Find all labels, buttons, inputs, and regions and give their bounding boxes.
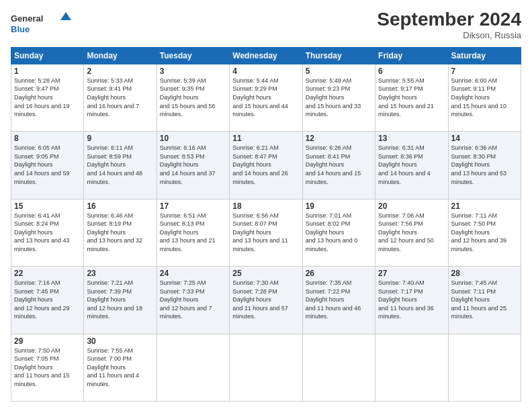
- day-number: 4: [232, 66, 299, 76]
- calendar-cell: 8 Sunrise: 6:05 AM Sunset: 9:05 PM Dayli…: [11, 132, 84, 199]
- day-number: 23: [87, 269, 153, 278]
- calendar-cell: 29 Sunrise: 7:50 AM Sunset: 7:05 PM Dayl…: [11, 334, 84, 401]
- day-header-wednesday: Wednesday: [230, 47, 302, 64]
- day-info: Sunrise: 6:36 AM Sunset: 8:30 PM Dayligh…: [451, 144, 518, 186]
- day-info: Sunrise: 7:11 AM Sunset: 7:50 PM Dayligh…: [451, 212, 518, 254]
- day-number: 21: [451, 201, 518, 211]
- calendar-cell: 25 Sunrise: 7:30 AM Sunset: 7:28 PM Dayl…: [230, 267, 302, 334]
- logo-svg: General Blue: [11, 9, 71, 36]
- day-number: 16: [87, 201, 153, 211]
- calendar-cell: 5 Sunrise: 5:49 AM Sunset: 9:23 PM Dayli…: [302, 64, 375, 131]
- calendar-cell: 27 Sunrise: 7:40 AM Sunset: 7:17 PM Dayl…: [375, 267, 448, 334]
- day-number: 25: [232, 269, 299, 278]
- day-info: Sunrise: 6:31 AM Sunset: 8:36 PM Dayligh…: [378, 144, 445, 186]
- day-number: 28: [451, 269, 518, 278]
- day-number: 12: [306, 134, 372, 143]
- day-info: Sunrise: 7:55 AM Sunset: 7:00 PM Dayligh…: [87, 347, 153, 389]
- calendar-cell: 22 Sunrise: 7:16 AM Sunset: 7:45 PM Dayl…: [11, 267, 84, 334]
- day-info: Sunrise: 7:35 AM Sunset: 7:22 PM Dayligh…: [306, 279, 372, 321]
- calendar-cell: [157, 334, 229, 401]
- day-number: 18: [232, 201, 299, 211]
- day-info: Sunrise: 7:01 AM Sunset: 8:02 PM Dayligh…: [306, 212, 372, 254]
- calendar-cell: 17 Sunrise: 6:51 AM Sunset: 8:13 PM Dayl…: [157, 199, 229, 266]
- calendar-cell: 18 Sunrise: 6:56 AM Sunset: 8:07 PM Dayl…: [230, 199, 302, 266]
- calendar-cell: 24 Sunrise: 7:25 AM Sunset: 7:33 PM Dayl…: [157, 267, 229, 334]
- day-header-tuesday: Tuesday: [157, 47, 229, 64]
- calendar-cell: 30 Sunrise: 7:55 AM Sunset: 7:00 PM Dayl…: [84, 334, 157, 401]
- calendar-cell: 9 Sunrise: 6:11 AM Sunset: 8:59 PM Dayli…: [84, 132, 157, 199]
- day-info: Sunrise: 7:25 AM Sunset: 7:33 PM Dayligh…: [160, 279, 226, 321]
- calendar-cell: 2 Sunrise: 5:33 AM Sunset: 9:41 PM Dayli…: [84, 64, 157, 131]
- day-number: 5: [306, 66, 372, 76]
- day-info: Sunrise: 7:16 AM Sunset: 7:45 PM Dayligh…: [14, 279, 81, 321]
- calendar-cell: 7 Sunrise: 6:00 AM Sunset: 9:11 PM Dayli…: [448, 64, 521, 131]
- day-number: 1: [14, 66, 81, 76]
- day-number: 2: [87, 66, 153, 76]
- day-info: Sunrise: 7:21 AM Sunset: 7:39 PM Dayligh…: [87, 279, 153, 321]
- day-info: Sunrise: 7:30 AM Sunset: 7:28 PM Dayligh…: [232, 279, 299, 321]
- calendar-cell: 3 Sunrise: 5:39 AM Sunset: 9:35 PM Dayli…: [157, 64, 229, 131]
- day-header-thursday: Thursday: [302, 47, 375, 64]
- calendar-cell: 16 Sunrise: 6:46 AM Sunset: 8:19 PM Dayl…: [84, 199, 157, 266]
- day-number: 19: [306, 201, 372, 211]
- day-header-saturday: Saturday: [448, 47, 521, 64]
- calendar-cell: 4 Sunrise: 5:44 AM Sunset: 9:29 PM Dayli…: [230, 64, 302, 131]
- day-number: 17: [160, 201, 226, 211]
- day-info: Sunrise: 6:46 AM Sunset: 8:19 PM Dayligh…: [87, 212, 153, 254]
- calendar-cell: [302, 334, 375, 401]
- day-info: Sunrise: 6:05 AM Sunset: 9:05 PM Dayligh…: [14, 144, 81, 186]
- day-info: Sunrise: 6:56 AM Sunset: 8:07 PM Dayligh…: [232, 212, 299, 254]
- calendar-cell: 21 Sunrise: 7:11 AM Sunset: 7:50 PM Dayl…: [448, 199, 521, 266]
- day-info: Sunrise: 5:39 AM Sunset: 9:35 PM Dayligh…: [160, 77, 226, 119]
- calendar-cell: 23 Sunrise: 7:21 AM Sunset: 7:39 PM Dayl…: [84, 267, 157, 334]
- calendar-cell: 10 Sunrise: 6:16 AM Sunset: 8:53 PM Dayl…: [157, 132, 229, 199]
- day-number: 11: [232, 134, 299, 143]
- title-block: September 2024 Dikson, Russia: [377, 9, 521, 40]
- day-number: 7: [451, 66, 518, 76]
- day-number: 29: [14, 336, 81, 346]
- day-header-sunday: Sunday: [11, 47, 84, 64]
- calendar-cell: 26 Sunrise: 7:35 AM Sunset: 7:22 PM Dayl…: [302, 267, 375, 334]
- day-number: 8: [14, 134, 81, 143]
- day-info: Sunrise: 6:21 AM Sunset: 8:47 PM Dayligh…: [232, 144, 299, 186]
- day-number: 22: [14, 269, 81, 278]
- day-info: Sunrise: 6:26 AM Sunset: 8:41 PM Dayligh…: [306, 144, 372, 186]
- day-number: 10: [160, 134, 226, 143]
- svg-text:General: General: [11, 13, 43, 24]
- day-info: Sunrise: 5:44 AM Sunset: 9:29 PM Dayligh…: [232, 77, 299, 119]
- calendar-cell: 14 Sunrise: 6:36 AM Sunset: 8:30 PM Dayl…: [448, 132, 521, 199]
- header: General Blue September 2024 Dikson, Russ…: [11, 9, 521, 40]
- day-info: Sunrise: 5:33 AM Sunset: 9:41 PM Dayligh…: [87, 77, 153, 119]
- day-info: Sunrise: 5:28 AM Sunset: 9:47 PM Dayligh…: [14, 77, 81, 119]
- day-info: Sunrise: 5:49 AM Sunset: 9:23 PM Dayligh…: [306, 77, 372, 119]
- logo: General Blue: [11, 9, 71, 36]
- day-number: 27: [378, 269, 445, 278]
- day-info: Sunrise: 6:51 AM Sunset: 8:13 PM Dayligh…: [160, 212, 226, 254]
- calendar-cell: 19 Sunrise: 7:01 AM Sunset: 8:02 PM Dayl…: [302, 199, 375, 266]
- month-title: September 2024: [377, 9, 521, 30]
- day-number: 9: [87, 134, 153, 143]
- calendar-cell: 15 Sunrise: 6:41 AM Sunset: 8:24 PM Dayl…: [11, 199, 84, 266]
- day-info: Sunrise: 7:50 AM Sunset: 7:05 PM Dayligh…: [14, 347, 81, 389]
- calendar-cell: 12 Sunrise: 6:26 AM Sunset: 8:41 PM Dayl…: [302, 132, 375, 199]
- day-info: Sunrise: 6:00 AM Sunset: 9:11 PM Dayligh…: [451, 77, 518, 119]
- day-header-friday: Friday: [375, 47, 448, 64]
- day-info: Sunrise: 7:40 AM Sunset: 7:17 PM Dayligh…: [378, 279, 445, 321]
- day-info: Sunrise: 6:41 AM Sunset: 8:24 PM Dayligh…: [14, 212, 81, 254]
- calendar-cell: 6 Sunrise: 5:55 AM Sunset: 9:17 PM Dayli…: [375, 64, 448, 131]
- day-info: Sunrise: 6:11 AM Sunset: 8:59 PM Dayligh…: [87, 144, 153, 186]
- calendar-cell: 28 Sunrise: 7:45 AM Sunset: 7:11 PM Dayl…: [448, 267, 521, 334]
- day-number: 6: [378, 66, 445, 76]
- day-number: 13: [378, 134, 445, 143]
- calendar-cell: [230, 334, 302, 401]
- day-info: Sunrise: 6:16 AM Sunset: 8:53 PM Dayligh…: [160, 144, 226, 186]
- day-number: 30: [87, 336, 153, 346]
- calendar-cell: [448, 334, 521, 401]
- day-info: Sunrise: 7:06 AM Sunset: 7:56 PM Dayligh…: [378, 212, 445, 254]
- calendar-cell: 20 Sunrise: 7:06 AM Sunset: 7:56 PM Dayl…: [375, 199, 448, 266]
- calendar-cell: 11 Sunrise: 6:21 AM Sunset: 8:47 PM Dayl…: [230, 132, 302, 199]
- day-header-monday: Monday: [84, 47, 157, 64]
- day-number: 20: [378, 201, 445, 211]
- day-number: 3: [160, 66, 226, 76]
- day-number: 14: [451, 134, 518, 143]
